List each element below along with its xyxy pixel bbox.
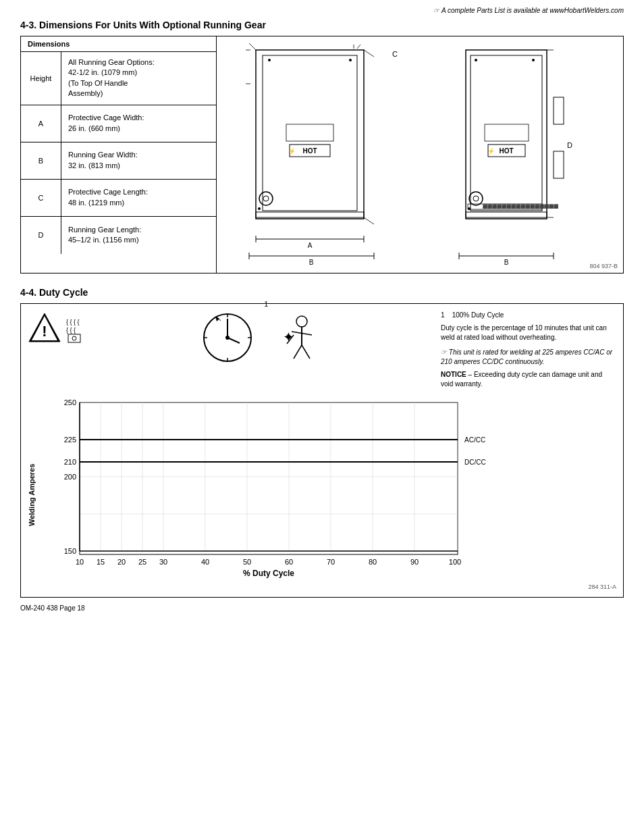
svg-line-60: [227, 338, 240, 343]
svg-text:100: 100: [449, 558, 461, 566]
svg-rect-74: [80, 402, 458, 554]
dim-value-c: Protective Cage Length: 48 in. (1219 mm): [61, 180, 155, 216]
svg-text:50: 50: [243, 558, 251, 566]
dim-value-a: Protective Cage Width: 26 in. (660 mm): [61, 105, 151, 142]
clock-icon: [200, 311, 254, 365]
dc-note-1-title: 1 100% Duty Cycle: [441, 311, 616, 320]
dimensions-table-box: Dimensions Height All Running Gear Optio…: [20, 36, 624, 273]
chart-container: Welding Amperes: [28, 399, 616, 590]
dc-note-1-desc: Duty cycle is the percentage of 10 minut…: [441, 323, 616, 342]
svg-text:150: 150: [64, 547, 76, 555]
svg-rect-7: [286, 124, 333, 141]
dc-note-2-text: This unit is rated for welding at 225 am…: [441, 348, 612, 365]
dim-label-d: D: [21, 217, 61, 254]
svg-text:B: B: [504, 259, 509, 266]
svg-text:20: 20: [117, 558, 126, 566]
svg-text:250: 250: [64, 399, 76, 407]
dc-notes: 1 100% Duty Cycle Duty cycle is the perc…: [441, 311, 616, 389]
dim-row-c: C Protective Cage Length: 48 in. (1219 m…: [21, 180, 216, 217]
svg-text:30: 30: [159, 558, 167, 566]
dim-label-height: Height: [21, 52, 61, 105]
svg-rect-0: [256, 50, 364, 219]
svg-rect-1: [263, 55, 357, 211]
svg-point-56: [72, 336, 76, 340]
svg-text:200: 200: [64, 473, 76, 481]
diagram-num-43: 804 937-B: [589, 263, 618, 269]
svg-line-71: [302, 345, 310, 359]
svg-line-21: [357, 45, 360, 49]
dim-row-d: D Running Gear Length: 45–1/2 in. (1156 …: [21, 217, 216, 254]
svg-text:40: 40: [201, 558, 209, 566]
chart-area: 250 225 210 200 150 10 15 20 25 30 40 50…: [39, 399, 616, 590]
dim-row-height: Height All Running Gear Options: 42-1/2 …: [21, 52, 216, 105]
svg-line-25: [364, 217, 374, 224]
svg-line-19: [249, 43, 256, 50]
svg-text:D: D: [567, 141, 572, 149]
svg-point-8: [259, 192, 273, 205]
svg-rect-35: [554, 97, 564, 124]
front-view-diagram: HOT ⚡ A B: [242, 43, 404, 266]
svg-point-67: [296, 316, 307, 327]
svg-text:{ { { {: { { { {: [66, 319, 80, 325]
dccc-label: DC/CC: [464, 459, 486, 466]
svg-text:A: A: [308, 242, 313, 249]
dc-note-2: ☞ This unit is rated for welding at 225 …: [441, 348, 616, 367]
svg-point-26: [258, 207, 261, 210]
svg-point-9: [263, 196, 269, 201]
svg-point-29: [475, 59, 477, 61]
section-43-title: 4-3. Dimensions For Units With Optional …: [20, 20, 624, 30]
dim-label-c: C: [21, 180, 61, 216]
svg-text:⚡: ⚡: [487, 147, 495, 155]
warning-triangle-icon: !: [28, 311, 61, 344]
dc-clock-area: 1: [95, 311, 434, 366]
svg-point-38: [469, 192, 483, 205]
svg-rect-55: [68, 334, 80, 342]
welder-figure-icon: ✦: [275, 311, 329, 365]
item1-num: 1: [264, 301, 268, 308]
section-44: 4-4. Duty Cycle ! { { { { { { {: [20, 287, 624, 598]
heat-icon: { { { { { { {: [65, 311, 88, 344]
svg-text:⚡: ⚡: [288, 147, 296, 155]
dim-value-d: Running Gear Length: 45–1/2 in. (1156 mm…: [61, 217, 148, 254]
duty-cycle-box: ! { { { { { { { 1: [20, 303, 624, 598]
svg-text:80: 80: [369, 558, 377, 566]
dimensions-header: Dimensions: [21, 36, 216, 52]
dimensions-diagrams: HOT ⚡ A B: [217, 36, 623, 273]
dim-value-height: All Running Gear Options: 42-1/2 in. (10…: [61, 52, 161, 105]
y-axis-label: Welding Amperes: [28, 399, 36, 590]
side-view-diagram: HOT ⚡ D B ⬛⬛⬛⬛⬛⬛⬛⬛⬛⬛⬛⬛: [449, 43, 597, 266]
svg-text:25: 25: [138, 558, 146, 566]
svg-text:HOT: HOT: [499, 147, 513, 155]
svg-text:210: 210: [64, 458, 76, 466]
svg-point-39: [473, 196, 479, 201]
dim-label-b: B: [21, 142, 61, 179]
svg-text:{ { {: { { {: [66, 327, 76, 334]
accc-label: AC/CC: [464, 436, 485, 444]
duty-cycle-chart: 250 225 210 200 150 10 15 20 25 30 40 50…: [39, 399, 498, 581]
dim-row-a: A Protective Cage Width: 26 in. (660 mm): [21, 105, 216, 142]
dim-value-b: Running Gear Width: 32 in. (813 mm): [61, 142, 144, 179]
warning-area: ! { { { { { { {: [28, 311, 88, 344]
svg-point-3: [349, 59, 352, 61]
svg-line-70: [294, 345, 302, 359]
svg-text:% Duty Cycle: % Duty Cycle: [243, 569, 294, 578]
svg-text:15: 15: [97, 558, 105, 566]
dim-row-b: B Running Gear Width: 32 in. (813 mm): [21, 142, 216, 180]
dimensions-table: Dimensions Height All Running Gear Optio…: [21, 36, 217, 273]
svg-text:70: 70: [327, 558, 335, 566]
svg-rect-40: [466, 212, 547, 217]
svg-text:225: 225: [64, 436, 76, 444]
svg-text:B: B: [309, 259, 314, 266]
dc-top-area: ! { { { { { { { 1: [28, 311, 616, 389]
dim-label-a: A: [21, 105, 61, 142]
dc-note-3: NOTICE – Exceeding duty cycle can damage…: [441, 370, 616, 389]
svg-point-2: [268, 59, 271, 61]
svg-rect-28: [471, 55, 542, 211]
svg-rect-34: [485, 124, 529, 141]
dc-note-1-label: 100% Duty Cycle: [452, 311, 504, 319]
svg-text:60: 60: [285, 558, 293, 566]
svg-line-24: [364, 50, 374, 57]
dc-note-3-bold: NOTICE: [441, 371, 466, 378]
section-44-title: 4-4. Duty Cycle: [20, 287, 624, 298]
svg-rect-27: [466, 50, 547, 219]
